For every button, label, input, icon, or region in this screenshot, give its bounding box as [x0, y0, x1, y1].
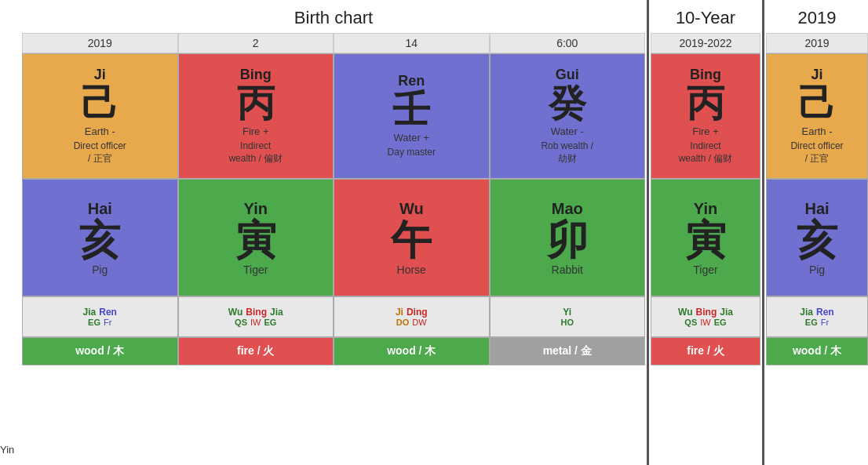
divider-1: [647, 0, 649, 465]
ten-year-branch-row: Yin 寅 Tiger: [651, 179, 760, 296]
ten-year-section: 10-Year 2019-2022 Bing 丙 Fire + Indirect…: [651, 0, 760, 465]
stem-element-3: Water -: [551, 125, 584, 137]
stem-name-0: Ji: [94, 67, 106, 83]
ten-year-stem-name-0: Bing: [690, 67, 721, 83]
sections-row: Birth chart 2019 2 14 6:00 Ji 己 E: [22, 0, 868, 465]
stem-char-2: 壬: [392, 91, 430, 129]
stem-name-3: Gui: [556, 67, 579, 83]
branch-cell-1: Yin 寅 Tiger: [178, 179, 334, 296]
stem-element-1: Fire +: [243, 125, 269, 137]
year-branch-row: Hai 亥 Pig: [766, 179, 868, 296]
branch-animal-3: Rabbit: [552, 263, 583, 276]
year-section: 2019 2019 Ji 己 Earth - Direct officer/ 正…: [766, 0, 868, 465]
hs-bing: Bing: [246, 307, 267, 318]
page-wrapper: Yin Birth chart 2019 2 14 6:00: [0, 0, 868, 465]
branch-name-0: Hai: [88, 200, 112, 218]
hs-ji: Ji: [396, 307, 403, 318]
birth-chart-section: Birth chart 2019 2 14 6:00 Ji 己 E: [22, 0, 645, 465]
year-branch-name-0: Hai: [804, 200, 829, 218]
element-cell-0: wood / 木: [22, 337, 178, 365]
hidden-cell-2: Ji Ding DO DW: [334, 296, 490, 337]
ten-year-stem-element-0: Fire +: [692, 125, 719, 137]
ten-year-stem-row: Bing 丙 Fire + Indirectwealth / 偏财: [651, 53, 760, 179]
branch-cell-3: Mao 卯 Rabbit: [490, 179, 646, 296]
ten-year-hidden-row: Wu Bing Jia QS IW EG: [651, 296, 760, 337]
year-hidden-cell-0: Jia Ren EG Fr: [766, 296, 868, 337]
stem-char-0: 己: [81, 85, 119, 122]
year-grid: 2019 Ji 己 Earth - Direct officer/ 正官 Hai: [766, 33, 868, 465]
birth-chart-col-headers: 2019 2 14 6:00: [22, 33, 645, 53]
year-stem-element-0: Earth -: [801, 125, 832, 137]
stem-cell-0: Ji 己 Earth - Direct officer/ 正官: [22, 53, 178, 179]
hidden-cell-1: Wu Bing Jia QS IW EG: [178, 296, 334, 337]
col-header-0: 2019: [22, 33, 178, 53]
branch-cell-0: Hai 亥 Pig: [22, 179, 178, 296]
element-cell-3: metal / 金: [490, 337, 646, 365]
stem-name-1: Bing: [240, 67, 272, 83]
ten-year-branch-cell-0: Yin 寅 Tiger: [651, 179, 760, 296]
col-header-1: 2: [178, 33, 334, 53]
element-cell-1: fire / 火: [178, 337, 334, 365]
birth-chart-title: Birth chart: [22, 0, 645, 33]
birth-element-row: wood / 木 fire / 火 wood / 木 metal / 金: [22, 337, 645, 365]
year-branch-cell-0: Hai 亥 Pig: [766, 179, 868, 296]
col-header-2: 14: [334, 33, 490, 53]
branch-char-1: 寅: [235, 220, 276, 260]
birth-stem-row: Ji 己 Earth - Direct officer/ 正官 Bing 丙 F…: [22, 53, 645, 179]
yin-text: Yin: [0, 444, 19, 456]
branch-name-3: Mao: [552, 200, 583, 218]
ten-year-branch-animal-0: Tiger: [693, 263, 717, 276]
stem-role-1: Indirectwealth / 偏财: [228, 140, 283, 165]
ten-year-branch-name-0: Yin: [694, 200, 717, 218]
branch-char-3: 卯: [547, 220, 588, 260]
branch-name-2: Wu: [399, 200, 424, 218]
hs-ding: Ding: [407, 307, 428, 318]
divider-2: [762, 0, 764, 465]
hs-jia2: Jia: [270, 307, 283, 318]
element-cell-2: wood / 木: [334, 337, 490, 365]
branch-animal-2: Horse: [397, 263, 426, 276]
year-branch-char-0: 亥: [797, 220, 837, 260]
left-yin-label: Yin: [0, 0, 22, 465]
stem-element-2: Water +: [394, 132, 429, 143]
hs-yi: Yi: [563, 307, 571, 318]
ten-year-stem-char-0: 丙: [687, 85, 724, 122]
ten-year-stem-role-0: Indirectwealth / 偏财: [679, 140, 733, 165]
year-title: 2019: [766, 0, 868, 33]
stem-name-2: Ren: [398, 73, 425, 89]
hs-wu: Wu: [228, 307, 243, 318]
year-stem-char-0: 己: [798, 85, 836, 122]
main-content: Birth chart 2019 2 14 6:00 Ji 己 E: [22, 0, 868, 465]
year-col-header-0: 2019: [766, 33, 868, 53]
stem-cell-2: Ren 壬 Water + Day master: [334, 53, 490, 179]
branch-char-2: 午: [391, 220, 432, 260]
ten-year-branch-char-0: 寅: [685, 220, 726, 260]
stem-char-3: 癸: [549, 85, 586, 122]
stem-role-0: Direct officer/ 正官: [74, 140, 126, 165]
year-element-cell-0: wood / 木: [766, 337, 868, 365]
branch-animal-0: Pig: [92, 263, 108, 276]
year-stem-role-0: Direct officer/ 正官: [790, 140, 843, 165]
year-element-row: wood / 木: [766, 337, 868, 365]
stem-element-0: Earth -: [85, 125, 115, 137]
ten-year-stem-cell-0: Bing 丙 Fire + Indirectwealth / 偏财: [651, 53, 760, 179]
ten-year-hidden-cell-0: Wu Bing Jia QS IW EG: [651, 296, 760, 337]
birth-chart-grid: 2019 2 14 6:00 Ji 己 Earth - Direct offic…: [22, 33, 645, 465]
hs-ren: Ren: [99, 307, 117, 318]
hs-jia: Jia: [83, 307, 97, 318]
year-hidden-row: Jia Ren EG Fr: [766, 296, 868, 337]
stem-cell-1: Bing 丙 Fire + Indirectwealth / 偏财: [178, 53, 334, 179]
year-stem-name-0: Ji: [811, 67, 822, 83]
ten-year-grid: 2019-2022 Bing 丙 Fire + Indirectwealth /…: [651, 33, 760, 465]
year-col-headers: 2019: [766, 33, 868, 53]
ten-year-element-cell-0: fire / 火: [651, 337, 760, 365]
ten-year-title: 10-Year: [651, 0, 760, 33]
col-header-3: 6:00: [490, 33, 646, 53]
ten-year-col-header-0: 2019-2022: [651, 33, 760, 53]
branch-name-1: Yin: [244, 200, 268, 218]
branch-char-0: 亥: [79, 220, 120, 260]
stem-role-3: Rob wealth /劫财: [541, 140, 593, 165]
ten-year-element-row: fire / 火: [651, 337, 760, 365]
year-stem-cell-0: Ji 己 Earth - Direct officer/ 正官: [766, 53, 868, 179]
stem-role-2: Day master: [388, 147, 436, 159]
